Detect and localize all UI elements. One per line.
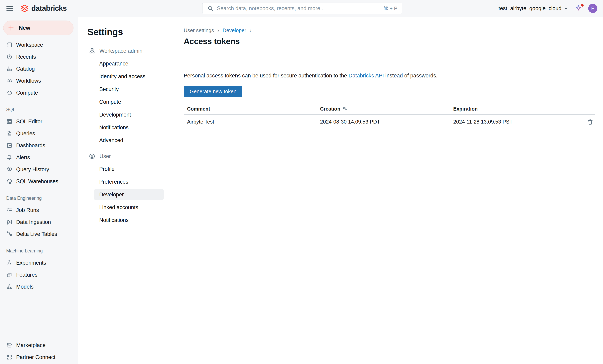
avatar[interactable]: E [588, 4, 597, 13]
divider [184, 54, 595, 54]
settings-item-notifications[interactable]: Notifications [78, 121, 174, 134]
sidebar-item-label: Workspace [16, 42, 43, 48]
search-shortcut: ⌘ + P [383, 6, 397, 11]
settings-group-label: Workspace admin [99, 48, 143, 54]
workspace-name: test_airbyte_google_cloud [499, 5, 561, 11]
sidebar-item-catalog[interactable]: Catalog [0, 63, 78, 75]
sidebar-item-label: Queries [16, 131, 35, 137]
sort-descending-button[interactable] [342, 106, 348, 112]
databricks-api-link[interactable]: Databricks API [349, 73, 384, 79]
section-label-data-engineering: Data Engineering [0, 195, 78, 201]
dashboards-icon [6, 142, 12, 149]
sidebar-item-marketplace[interactable]: Marketplace [0, 339, 78, 351]
settings-item-identity-and-access[interactable]: Identity and access [78, 70, 174, 83]
sidebar-item-label: Catalog [16, 66, 35, 72]
column-header-comment: Comment [184, 106, 317, 112]
token-comment: Airbyte Test [184, 119, 317, 125]
settings-item-notifications-user[interactable]: Notifications [78, 214, 174, 227]
sidebar-item-label: Dashboards [16, 142, 45, 149]
settings-item-appearance[interactable]: Appearance [78, 57, 174, 70]
token-expiration: 2024-11-28 13:09:53 PST [450, 119, 577, 125]
new-button[interactable]: New [3, 21, 73, 35]
delete-token-button[interactable] [586, 118, 595, 126]
token-creation: 2024-08-30 14:09:53 PDT [317, 119, 450, 125]
search-input[interactable] [217, 5, 383, 11]
sidebar-item-partner-connect[interactable]: Partner Connect [0, 351, 78, 363]
settings-group-workspace-admin: Workspace admin Appearance Identity and … [78, 45, 174, 147]
chevron-down-icon [563, 6, 569, 11]
settings-panel: Settings Workspace admin Appearance Iden… [78, 17, 174, 364]
section-label-machine-learning: Machine Learning [0, 248, 78, 254]
catalog-icon [6, 66, 12, 72]
sidebar-item-label: Query History [16, 166, 49, 173]
description-text: instead of passwords. [384, 73, 438, 79]
settings-item-development[interactable]: Development [78, 108, 174, 121]
sidebar-item-models[interactable]: Models [0, 281, 78, 293]
sidebar-item-experiments[interactable]: Experiments [0, 257, 78, 269]
sidebar-bottom: Marketplace Partner Connect [0, 339, 78, 363]
settings-item-profile[interactable]: Profile [78, 163, 174, 175]
clock-icon [6, 54, 12, 60]
sidebar-item-data-ingestion[interactable]: Data Ingestion [0, 216, 78, 228]
sidebar-item-sql-warehouses[interactable]: SQL Warehouses [0, 175, 78, 187]
settings-group-user: User Profile Preferences Developer Linke… [78, 150, 174, 227]
sidebar-item-label: Alerts [16, 154, 30, 161]
sidebar-item-delta-live-tables[interactable]: Delta Live Tables [0, 228, 78, 240]
avatar-initial: E [591, 6, 595, 11]
topbar-right: test_airbyte_google_cloud E [499, 0, 597, 17]
sidebar: New Workspace Recents [0, 17, 78, 364]
models-icon [6, 284, 12, 290]
data-ingestion-icon [6, 219, 12, 225]
sidebar-item-workflows[interactable]: Workflows [0, 75, 78, 87]
sidebar-item-recents[interactable]: Recents [0, 51, 78, 63]
breadcrumb-developer[interactable]: Developer [223, 27, 246, 34]
user-icon [89, 153, 95, 160]
databricks-logo[interactable]: databricks [20, 4, 67, 13]
breadcrumb-user-settings[interactable]: User settings [184, 27, 214, 34]
sidebar-item-sql-editor[interactable]: SQL Editor [0, 115, 78, 127]
tokens-table: Comment Creation Expiration Airbyte Test… [184, 103, 595, 129]
sidebar-item-features[interactable]: Features [0, 269, 78, 281]
marketplace-icon [6, 342, 12, 348]
queries-icon [6, 130, 12, 137]
description-text: Personal access tokens can be used for s… [184, 73, 349, 79]
sidebar-item-query-history[interactable]: Query History [0, 163, 78, 175]
sidebar-item-dashboards[interactable]: Dashboards [0, 139, 78, 151]
sidebar-item-compute[interactable]: Compute [0, 87, 78, 99]
workspace-admin-icon [89, 47, 95, 54]
generate-new-token-button[interactable]: Generate new token [184, 86, 242, 97]
sidebar-item-workspace[interactable]: Workspace [0, 39, 78, 51]
sidebar-nav: Workspace Recents Catalog [0, 39, 78, 293]
column-header-label: Creation [320, 106, 340, 112]
column-header-creation[interactable]: Creation [317, 106, 450, 112]
features-icon [6, 272, 12, 278]
sidebar-item-label: SQL Editor [16, 119, 42, 125]
partner-connect-icon [6, 354, 12, 360]
sidebar-item-label: Workflows [16, 78, 41, 84]
settings-item-security[interactable]: Security [78, 83, 174, 96]
settings-item-compute[interactable]: Compute [78, 96, 174, 108]
job-runs-icon [6, 207, 12, 213]
settings-item-advanced[interactable]: Advanced [78, 134, 174, 147]
new-button-label: New [19, 25, 30, 31]
sidebar-item-alerts[interactable]: Alerts [0, 151, 78, 163]
hamburger-menu-button[interactable] [6, 5, 13, 11]
sidebar-item-label: Partner Connect [16, 354, 56, 360]
assistant-button[interactable] [574, 4, 583, 12]
sidebar-item-label: Marketplace [16, 342, 46, 348]
settings-item-developer[interactable]: Developer [78, 188, 174, 201]
databricks-app: databricks ⌘ + P test_airbyte_google_clo… [0, 0, 603, 364]
sidebar-item-job-runs[interactable]: Job Runs [0, 204, 78, 216]
sidebar-item-label: Delta Live Tables [16, 231, 57, 237]
settings-item-linked-accounts[interactable]: Linked accounts [78, 201, 174, 214]
bell-icon [6, 154, 12, 161]
table-header-row: Comment Creation Expiration [184, 103, 595, 114]
column-header-expiration: Expiration [450, 106, 577, 112]
databricks-logo-icon [20, 4, 29, 13]
workspace-selector[interactable]: test_airbyte_google_cloud [499, 5, 569, 11]
settings-item-preferences[interactable]: Preferences [78, 175, 174, 188]
trash-icon [587, 119, 594, 125]
sidebar-item-queries[interactable]: Queries [0, 127, 78, 139]
breadcrumb-chevron-icon: › [218, 27, 219, 34]
workspace-icon [6, 42, 12, 48]
